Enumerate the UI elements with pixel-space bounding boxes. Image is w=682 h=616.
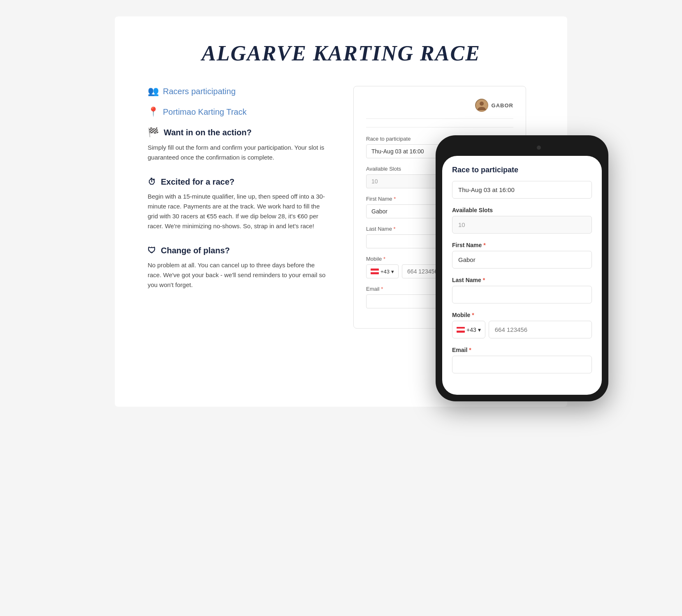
location-icon: 📍 xyxy=(148,107,159,117)
section-race-title: ⏱ Excited for a race? xyxy=(148,177,329,187)
email-required: * xyxy=(381,286,383,292)
phone-mockup: Race to participate Thu-Aug 03 at 16:00 … xyxy=(436,135,608,401)
mobile-form-title: Race to participate xyxy=(452,166,592,174)
austria-flag xyxy=(371,269,379,274)
user-name-label: GABOR xyxy=(492,102,513,109)
form-divider xyxy=(366,127,513,127)
mobile-email-field: Email * xyxy=(452,347,592,373)
racers-link[interactable]: 👥 Racers participating xyxy=(148,86,329,97)
mobile-required: * xyxy=(383,256,385,262)
mobile-email-input[interactable] xyxy=(452,356,592,373)
section-race: ⏱ Excited for a race? Begin with a 15-mi… xyxy=(148,177,329,231)
mobile-lastname-input[interactable] xyxy=(452,286,592,303)
mobile-slots-field: Available Slots xyxy=(452,207,592,234)
mobile-phone-input[interactable] xyxy=(489,321,592,338)
racers-link-label: Racers participating xyxy=(163,87,236,96)
phone-notch xyxy=(493,143,551,153)
mobile-phone-code: +43 xyxy=(466,327,476,333)
timer-icon: ⏱ xyxy=(148,177,156,187)
page-container: ALGARVE KARTING RACE 👥 Racers participat… xyxy=(115,16,567,407)
mobile-firstname-req: * xyxy=(483,242,485,248)
mobile-lastname-field: Last Name * xyxy=(452,277,592,303)
section-action: 🏁 Want in on the action? Simply fill out… xyxy=(148,127,329,162)
mobile-phone-country[interactable]: +43 ▾ xyxy=(452,321,485,338)
mobile-mobile-field: Mobile * +43 ▾ xyxy=(452,312,592,338)
mobile-lastname-req: * xyxy=(483,277,485,283)
checkered-icon: 🏁 xyxy=(148,127,159,138)
track-link-label: Portimao Karting Track xyxy=(163,107,246,117)
phone-notch-area xyxy=(442,142,602,154)
mobile-slots-label: Available Slots xyxy=(452,207,592,213)
avatar xyxy=(475,99,488,112)
lastname-required: * xyxy=(394,226,396,232)
mobile-mobile-label: Mobile * xyxy=(452,312,592,318)
phone-code-label: +43 xyxy=(380,269,390,275)
mobile-email-label: Email * xyxy=(452,347,592,353)
section-action-body: Simply fill out the form and confirm you… xyxy=(148,143,329,162)
track-link[interactable]: 📍 Portimao Karting Track xyxy=(148,107,329,117)
section-action-title: 🏁 Want in on the action? xyxy=(148,127,329,138)
mobile-phone-dropdown-icon: ▾ xyxy=(478,327,481,333)
user-header: GABOR xyxy=(366,99,513,119)
racers-icon: 👥 xyxy=(148,86,159,97)
mobile-austria-flag xyxy=(457,327,465,333)
phone-screen: Race to participate Thu-Aug 03 at 16:00 … xyxy=(442,156,602,395)
mobile-lastname-label: Last Name * xyxy=(452,277,592,283)
mobile-race-select[interactable]: Thu-Aug 03 at 16:00 xyxy=(452,181,592,199)
camera-dot xyxy=(537,146,541,150)
left-column: 👥 Racers participating 📍 Portimao Kartin… xyxy=(148,86,329,305)
phone-dropdown-icon: ▾ xyxy=(391,269,394,275)
shield-icon: 🛡 xyxy=(148,246,156,255)
section-cancel: 🛡 Change of plans? No problem at all. Yo… xyxy=(148,246,329,290)
firstname-required: * xyxy=(394,196,396,202)
page-title: ALGARVE KARTING RACE xyxy=(148,41,534,65)
mobile-mobile-req: * xyxy=(472,312,474,318)
mobile-race-field: Race to participate Thu-Aug 03 at 16:00 xyxy=(452,166,592,199)
mobile-slots-input xyxy=(452,216,592,234)
mobile-firstname-field: First Name * xyxy=(452,242,592,269)
section-cancel-title: 🛡 Change of plans? xyxy=(148,246,329,255)
mobile-firstname-label: First Name * xyxy=(452,242,592,248)
right-column: GABOR Race to participate Thu-Aug 03 at … xyxy=(353,86,534,374)
phone-country-selector[interactable]: +43 ▾ xyxy=(366,264,399,278)
section-race-body: Begin with a 15-minute qualifier, line u… xyxy=(148,192,329,231)
section-cancel-body: No problem at all. You can cancel up to … xyxy=(148,260,329,290)
svg-point-1 xyxy=(480,102,484,106)
mobile-firstname-input[interactable] xyxy=(452,251,592,269)
mobile-email-req: * xyxy=(469,347,471,353)
main-layout: 👥 Racers participating 📍 Portimao Kartin… xyxy=(148,86,534,374)
mobile-phone-row: +43 ▾ xyxy=(452,321,592,338)
